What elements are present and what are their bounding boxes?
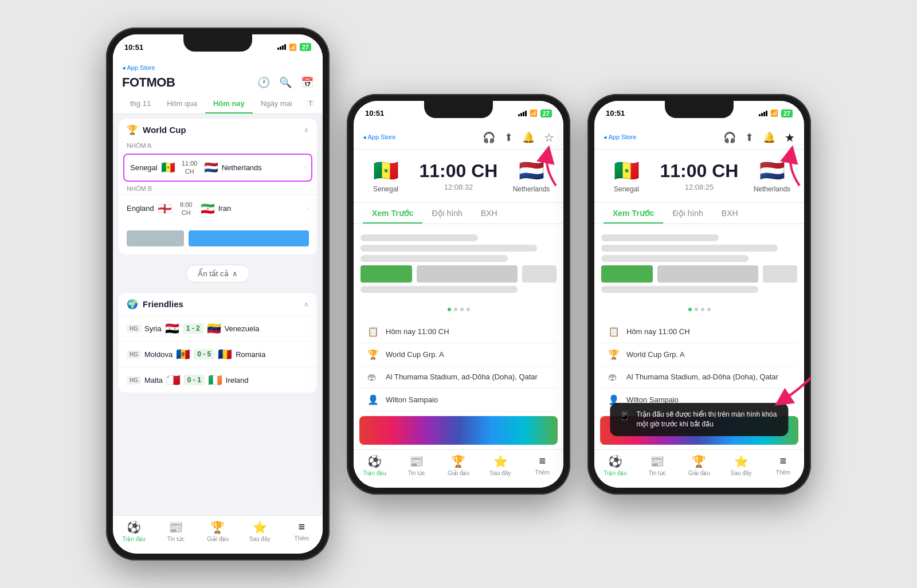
nav-trandan[interactable]: ⚽ Trận đấu	[117, 520, 151, 542]
nav-sauday[interactable]: ⭐ Sau đây	[242, 520, 277, 542]
star-icon-2[interactable]: ☆	[544, 131, 554, 144]
tab-bxh-2[interactable]: BXH	[472, 203, 507, 224]
match-syria-venezuela[interactable]: HG Syria 🇸🇾 1 - 2 🇻🇪 Venezuela	[119, 315, 317, 341]
share-icon-3[interactable]: ⬆	[745, 131, 754, 144]
app-store-back-1[interactable]: ◂ App Store	[122, 64, 313, 73]
nav2-tintuc[interactable]: 📰 Tin tức	[399, 454, 434, 476]
green-block-2	[360, 265, 412, 283]
nav-tintuc[interactable]: 📰 Tin tức	[159, 520, 193, 542]
tab-xemtruoc-2[interactable]: Xem Trước	[363, 203, 422, 224]
tab-ngaymai[interactable]: Ngày mai	[253, 95, 300, 113]
nav2-them[interactable]: ≡ Thêm	[525, 454, 559, 476]
notch-3	[665, 101, 734, 118]
tab-homqua[interactable]: Hôm qua	[159, 95, 205, 113]
nav3-soccer-icon: ⚽	[608, 454, 622, 468]
nav2-sauday[interactable]: ⭐ Sau đây	[483, 454, 518, 476]
app-store-back-3[interactable]: ◂ App Store	[604, 134, 636, 141]
dot-4-2	[467, 308, 470, 311]
syria-flag: 🇸🇾	[165, 322, 179, 335]
info-datetime-3: 📋 Hôm nay 11:00 CH	[600, 320, 798, 343]
logo-bar-1: FOTMOB 🕐 🔍 📅	[122, 73, 313, 95]
bell-icon-3[interactable]: 🔔	[763, 131, 775, 144]
nav-them[interactable]: ≡ Thêm	[284, 520, 319, 542]
hide-chevron: ∧	[232, 269, 238, 278]
nav3-giaidau[interactable]: 🏆 Giải đấu	[682, 454, 716, 476]
tab-th42[interactable]: Th 4 2	[300, 95, 313, 113]
bar1	[277, 48, 279, 50]
wifi-3: 📶	[770, 109, 778, 117]
dot-1-2	[448, 308, 451, 311]
stadium-info-icon-3: 🏟	[608, 372, 620, 382]
nav3-them[interactable]: ≡ Thêm	[766, 454, 800, 476]
nav3-sauday[interactable]: ⭐ Sau đây	[724, 454, 758, 476]
bar3-4	[766, 111, 767, 116]
hide-btn-area: Ẩn tất cả ∧	[113, 259, 323, 288]
friendlies-section: 🌍 Friendlies ∧ HG Syria 🇸🇾 1 - 2 🇻🇪 Ven	[119, 293, 317, 393]
detail-icons-3: 🎧 ⬆ 🔔 ★	[723, 131, 795, 144]
referee-info-icon-2: 👤	[367, 394, 379, 405]
app-store-back-2[interactable]: ◂ App Store	[363, 134, 395, 141]
nav2-giaidau[interactable]: 🏆 Giải đấu	[441, 454, 476, 476]
tab-xemtruoc-3[interactable]: Xem Trước	[604, 203, 663, 224]
bar3-3	[763, 112, 765, 116]
phone-2: 10:51 📶 27 ◂ App Store	[347, 94, 570, 495]
info-referee-2: 👤 Wilton Sampaio	[359, 389, 558, 411]
away-team-iran: Iran	[218, 204, 231, 213]
bar2-2	[520, 113, 522, 116]
group-a-label: NHÓM A	[119, 141, 317, 151]
hide-all-button[interactable]: Ẩn tất cả ∧	[186, 265, 249, 283]
group-b-label: NHÓM B	[119, 184, 317, 194]
status-bar-1: 10:51 📶 27	[113, 34, 323, 60]
bell-icon-2[interactable]: 🔔	[522, 131, 535, 144]
nav2-trophy-icon: 🏆	[451, 454, 465, 468]
team-hero-home-3: 🇸🇳 Senegal	[604, 159, 649, 193]
bottom-nav-2: ⚽ Trận đấu 📰 Tin tức 🏆 Giải đấu ⭐ Sau đâ…	[354, 449, 563, 488]
match-hero-3: 🇸🇳 Senegal 11:00 CH 12:08:25 🇳🇱 Netherla…	[594, 150, 804, 203]
bar4	[284, 44, 286, 50]
headphones-icon-2[interactable]: 🎧	[483, 131, 495, 144]
nav3-tintuc[interactable]: 📰 Tin tức	[640, 454, 675, 476]
battery-3: 27	[781, 109, 793, 117]
worldcup-name[interactable]: World Cup	[143, 125, 186, 135]
signal-1	[277, 44, 286, 50]
match-england-iran[interactable]: England 🏴󠁧󠁢󠁥󠁮󠁧󠁿 8:00 CH 🇮🇷 Iran ›	[119, 194, 317, 223]
info-stadium-text-3: Al Thumama Stadium, ad-Dôha (Doha), Qata…	[626, 373, 778, 381]
moldova-flag: 🇲🇩	[176, 347, 190, 361]
phone-2-inner: 10:51 📶 27 ◂ App Store	[354, 101, 563, 488]
blur-2-2	[360, 245, 537, 252]
match-senegal-netherlands[interactable]: Senegal 🇸🇳 11:00 CH 🇳🇱 Netherlands ›	[123, 154, 312, 182]
app-header-1: ◂ App Store FOTMOB 🕐 🔍 📅 thg 11 Hôm qua …	[113, 60, 323, 114]
toast-text: Trận đấu sẽ được hiển thị trên màn hình …	[636, 410, 779, 429]
info-referee-text-2: Wilton Sampaio	[386, 395, 438, 404]
ireland-flag: 🇮🇪	[208, 373, 222, 387]
nav2-trandan[interactable]: ⚽ Trận đấu	[358, 454, 392, 476]
tab-doihinh-3[interactable]: Đội hình	[663, 203, 712, 224]
notch-1	[183, 34, 252, 52]
tab-doihinh-2[interactable]: Đội hình	[422, 203, 471, 224]
dot-2-2	[454, 308, 457, 311]
info-league-3: 🏆 World Cup Grp. A	[600, 343, 798, 366]
match-malta-ireland[interactable]: HG Malta 🇲🇹 0 - 1 🇮🇪 Ireland	[119, 367, 317, 393]
blur-4-3	[601, 286, 758, 293]
match-moldova-romania[interactable]: HG Moldova 🇲🇩 0 - 5 🇷🇴 Romania	[119, 341, 317, 367]
headphones-icon-3[interactable]: 🎧	[723, 131, 736, 144]
nav2-them-label: Thêm	[535, 469, 550, 476]
notch-2	[424, 101, 493, 118]
tab-thg11[interactable]: thg 11	[122, 95, 159, 113]
calendar-icon[interactable]: 📅	[301, 76, 313, 89]
tab-bxh-3[interactable]: BXH	[712, 203, 747, 224]
moldova-name: Moldova	[144, 350, 173, 359]
share-icon-2[interactable]: ⬆	[504, 131, 513, 144]
tab-homnay[interactable]: Hôm nay	[205, 95, 253, 113]
search-icon[interactable]: 🔍	[279, 76, 292, 89]
nav3-trandan[interactable]: ⚽ Trận đấu	[598, 454, 633, 476]
friendlies-name[interactable]: Friendlies	[143, 299, 183, 309]
phone-3-inner: 10:51 📶 27 ◂ App Store	[594, 101, 804, 488]
star-filled-icon-3[interactable]: ★	[785, 131, 795, 144]
hg-label-2: HG	[127, 350, 141, 359]
content-area-2	[354, 224, 563, 303]
nav-giaidau[interactable]: 🏆 Giải đấu	[201, 520, 235, 542]
nav-menu-icon: ≡	[299, 520, 305, 534]
history-icon[interactable]: 🕐	[257, 76, 270, 89]
worldcup-trophy-icon: 🏆	[127, 124, 138, 135]
